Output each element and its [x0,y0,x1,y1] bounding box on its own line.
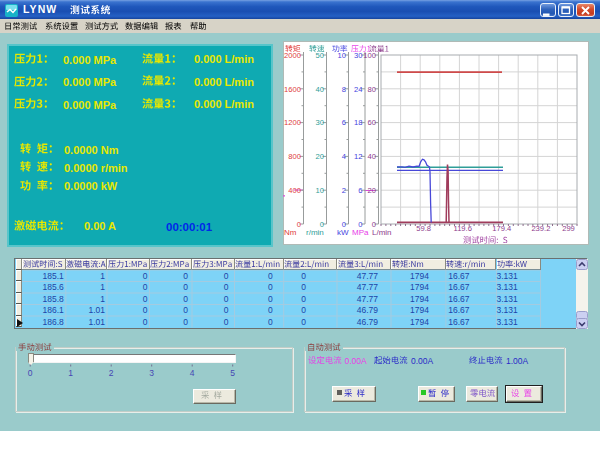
svg-text:5: 5 [230,368,235,378]
svg-text:2: 2 [109,368,114,378]
svg-text:0: 0 [28,368,33,378]
svg-text:4: 4 [190,368,195,378]
svg-text:1: 1 [68,368,73,378]
svg-text:3: 3 [149,368,154,378]
